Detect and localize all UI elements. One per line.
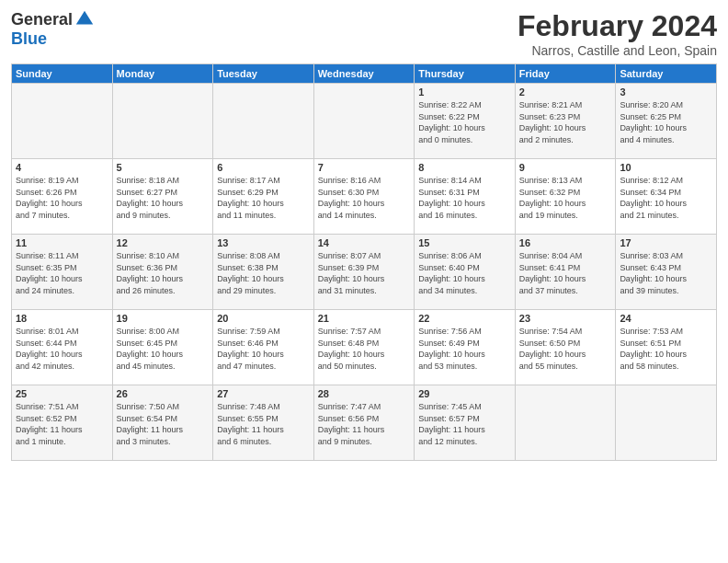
calendar-cell: 14Sunrise: 8:07 AM Sunset: 6:39 PM Dayli… — [313, 235, 415, 310]
day-info: Sunrise: 8:08 AM Sunset: 6:38 PM Dayligh… — [217, 250, 310, 296]
day-info: Sunrise: 8:20 AM Sunset: 6:25 PM Dayligh… — [620, 99, 712, 145]
day-number: 27 — [217, 388, 310, 399]
day-number: 16 — [519, 237, 612, 248]
day-info: Sunrise: 7:56 AM Sunset: 6:49 PM Dayligh… — [418, 326, 511, 372]
day-info: Sunrise: 7:54 AM Sunset: 6:50 PM Dayligh… — [519, 326, 612, 372]
logo: General Blue — [11, 9, 95, 49]
day-info: Sunrise: 8:18 AM Sunset: 6:27 PM Dayligh… — [117, 175, 210, 221]
col-header-wednesday: Wednesday — [313, 64, 415, 84]
day-number: 11 — [16, 237, 108, 248]
month-title: February 2024 — [518, 9, 717, 43]
day-number: 14 — [318, 237, 411, 248]
calendar-cell: 20Sunrise: 7:59 AM Sunset: 6:46 PM Dayli… — [213, 310, 314, 385]
day-info: Sunrise: 7:59 AM Sunset: 6:46 PM Dayligh… — [217, 326, 310, 372]
calendar-cell: 12Sunrise: 8:10 AM Sunset: 6:36 PM Dayli… — [112, 235, 213, 310]
day-info: Sunrise: 8:17 AM Sunset: 6:29 PM Dayligh… — [217, 175, 310, 221]
calendar-cell: 21Sunrise: 7:57 AM Sunset: 6:48 PM Dayli… — [313, 310, 415, 385]
day-number: 24 — [620, 313, 712, 324]
calendar-cell: 18Sunrise: 8:01 AM Sunset: 6:44 PM Dayli… — [12, 310, 113, 385]
calendar-cell: 28Sunrise: 7:47 AM Sunset: 6:56 PM Dayli… — [313, 385, 415, 461]
calendar-cell — [313, 84, 415, 159]
calendar-header-row: SundayMondayTuesdayWednesdayThursdayFrid… — [12, 64, 717, 84]
calendar-cell: 9Sunrise: 8:13 AM Sunset: 6:32 PM Daylig… — [515, 159, 616, 235]
calendar-cell: 6Sunrise: 8:17 AM Sunset: 6:29 PM Daylig… — [213, 159, 314, 235]
col-header-tuesday: Tuesday — [213, 64, 314, 84]
calendar-week-row: 1Sunrise: 8:22 AM Sunset: 6:22 PM Daylig… — [12, 84, 717, 159]
day-info: Sunrise: 7:47 AM Sunset: 6:56 PM Dayligh… — [318, 401, 411, 447]
day-number: 13 — [217, 237, 310, 248]
calendar-cell: 24Sunrise: 7:53 AM Sunset: 6:51 PM Dayli… — [616, 310, 717, 385]
calendar-cell: 26Sunrise: 7:50 AM Sunset: 6:54 PM Dayli… — [112, 385, 213, 461]
day-number: 15 — [418, 237, 511, 248]
day-info: Sunrise: 8:13 AM Sunset: 6:32 PM Dayligh… — [519, 175, 612, 221]
day-info: Sunrise: 7:50 AM Sunset: 6:54 PM Dayligh… — [117, 401, 210, 447]
day-info: Sunrise: 7:45 AM Sunset: 6:57 PM Dayligh… — [418, 401, 511, 447]
calendar-cell: 8Sunrise: 8:14 AM Sunset: 6:31 PM Daylig… — [415, 159, 516, 235]
calendar-cell: 13Sunrise: 8:08 AM Sunset: 6:38 PM Dayli… — [213, 235, 314, 310]
day-number: 18 — [16, 313, 108, 324]
day-info: Sunrise: 8:00 AM Sunset: 6:45 PM Dayligh… — [117, 326, 210, 372]
calendar-week-row: 11Sunrise: 8:11 AM Sunset: 6:35 PM Dayli… — [12, 235, 717, 310]
day-number: 21 — [318, 313, 411, 324]
calendar-cell: 15Sunrise: 8:06 AM Sunset: 6:40 PM Dayli… — [415, 235, 516, 310]
day-number: 20 — [217, 313, 310, 324]
logo-icon — [74, 9, 95, 29]
calendar-cell: 27Sunrise: 7:48 AM Sunset: 6:55 PM Dayli… — [213, 385, 314, 461]
day-info: Sunrise: 7:48 AM Sunset: 6:55 PM Dayligh… — [217, 401, 310, 447]
calendar-cell: 2Sunrise: 8:21 AM Sunset: 6:23 PM Daylig… — [515, 84, 616, 159]
day-info: Sunrise: 7:51 AM Sunset: 6:52 PM Dayligh… — [16, 401, 108, 447]
col-header-sunday: Sunday — [12, 64, 113, 84]
calendar-cell: 23Sunrise: 7:54 AM Sunset: 6:50 PM Dayli… — [515, 310, 616, 385]
day-info: Sunrise: 8:10 AM Sunset: 6:36 PM Dayligh… — [117, 250, 210, 296]
day-number: 7 — [318, 162, 411, 173]
calendar-cell: 5Sunrise: 8:18 AM Sunset: 6:27 PM Daylig… — [112, 159, 213, 235]
day-info: Sunrise: 8:21 AM Sunset: 6:23 PM Dayligh… — [519, 99, 612, 145]
day-info: Sunrise: 7:57 AM Sunset: 6:48 PM Dayligh… — [318, 326, 411, 372]
calendar-week-row: 18Sunrise: 8:01 AM Sunset: 6:44 PM Dayli… — [12, 310, 717, 385]
title-area: February 2024 Narros, Castille and Leon,… — [518, 9, 717, 58]
day-number: 10 — [620, 162, 712, 173]
day-info: Sunrise: 8:03 AM Sunset: 6:43 PM Dayligh… — [620, 250, 712, 296]
day-number: 26 — [117, 388, 210, 399]
day-number: 6 — [217, 162, 310, 173]
calendar-cell — [112, 84, 213, 159]
day-info: Sunrise: 7:53 AM Sunset: 6:51 PM Dayligh… — [620, 326, 712, 372]
page-header: General Blue February 2024 Narros, Casti… — [11, 9, 717, 58]
calendar-table: SundayMondayTuesdayWednesdayThursdayFrid… — [11, 63, 717, 461]
day-info: Sunrise: 8:06 AM Sunset: 6:40 PM Dayligh… — [418, 250, 511, 296]
day-info: Sunrise: 8:19 AM Sunset: 6:26 PM Dayligh… — [16, 175, 108, 221]
calendar-week-row: 25Sunrise: 7:51 AM Sunset: 6:52 PM Dayli… — [12, 385, 717, 461]
day-number: 9 — [519, 162, 612, 173]
calendar-cell: 4Sunrise: 8:19 AM Sunset: 6:26 PM Daylig… — [12, 159, 113, 235]
calendar-cell — [213, 84, 314, 159]
day-info: Sunrise: 8:04 AM Sunset: 6:41 PM Dayligh… — [519, 250, 612, 296]
day-info: Sunrise: 8:14 AM Sunset: 6:31 PM Dayligh… — [418, 175, 511, 221]
calendar-cell: 7Sunrise: 8:16 AM Sunset: 6:30 PM Daylig… — [313, 159, 415, 235]
calendar-cell: 3Sunrise: 8:20 AM Sunset: 6:25 PM Daylig… — [616, 84, 717, 159]
col-header-saturday: Saturday — [616, 64, 717, 84]
calendar-cell: 19Sunrise: 8:00 AM Sunset: 6:45 PM Dayli… — [112, 310, 213, 385]
calendar-cell — [515, 385, 616, 461]
day-info: Sunrise: 8:12 AM Sunset: 6:34 PM Dayligh… — [620, 175, 712, 221]
calendar-cell: 17Sunrise: 8:03 AM Sunset: 6:43 PM Dayli… — [616, 235, 717, 310]
svg-marker-0 — [76, 11, 93, 25]
calendar-cell: 25Sunrise: 7:51 AM Sunset: 6:52 PM Dayli… — [12, 385, 113, 461]
logo-blue-text: Blue — [11, 29, 47, 49]
day-number: 22 — [418, 313, 511, 324]
calendar-cell: 11Sunrise: 8:11 AM Sunset: 6:35 PM Dayli… — [12, 235, 113, 310]
page-container: General Blue February 2024 Narros, Casti… — [0, 0, 728, 468]
col-header-monday: Monday — [112, 64, 213, 84]
col-header-thursday: Thursday — [415, 64, 516, 84]
day-number: 4 — [16, 162, 108, 173]
day-number: 23 — [519, 313, 612, 324]
day-number: 8 — [418, 162, 511, 173]
location-text: Narros, Castille and Leon, Spain — [518, 43, 717, 58]
day-number: 5 — [117, 162, 210, 173]
day-number: 28 — [318, 388, 411, 399]
day-number: 19 — [117, 313, 210, 324]
day-number: 29 — [418, 388, 511, 399]
calendar-cell: 16Sunrise: 8:04 AM Sunset: 6:41 PM Dayli… — [515, 235, 616, 310]
day-info: Sunrise: 8:01 AM Sunset: 6:44 PM Dayligh… — [16, 326, 108, 372]
day-info: Sunrise: 8:16 AM Sunset: 6:30 PM Dayligh… — [318, 175, 411, 221]
logo-general-text: General — [11, 10, 73, 29]
